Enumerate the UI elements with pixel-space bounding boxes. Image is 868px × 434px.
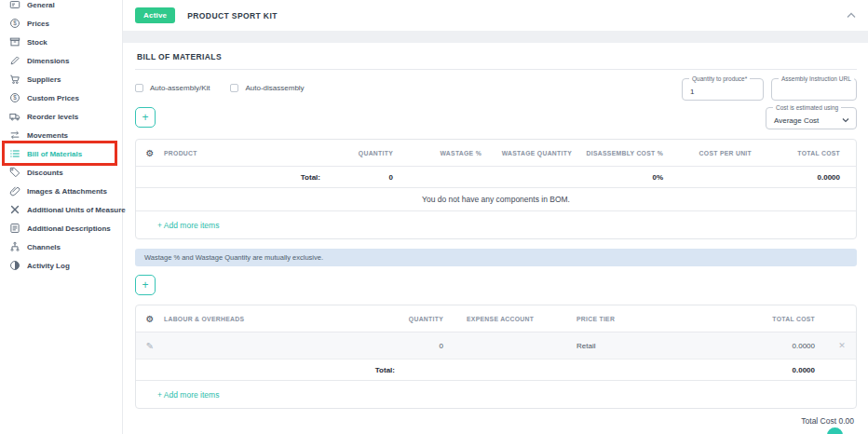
product-page: General $ Prices Stock Dimensions Suppli…	[0, 0, 868, 434]
add-more-items-link[interactable]: + Add more items	[157, 221, 219, 230]
quantity-to-produce-field: Quantity to produce*	[682, 78, 764, 101]
auto-assembly-checkbox[interactable]: Auto-assembly/Kit	[135, 84, 210, 92]
sidebar-item-label: Additional Descriptions	[27, 224, 111, 233]
sidebar-item-prices[interactable]: $ Prices	[8, 14, 122, 33]
column-header: PRODUCT	[164, 150, 324, 156]
sidebar-item-suppliers[interactable]: Suppliers	[8, 70, 122, 88]
selected-option: Average Cost	[766, 111, 842, 127]
sidebar-item-label: Channels	[27, 243, 61, 251]
column-header: QUANTITY	[399, 316, 456, 322]
assembly-instruction-url-field: Assembly Instruction URL	[771, 78, 857, 101]
labour-quantity[interactable]: 0	[399, 342, 456, 350]
checkbox-icon[interactable]	[135, 84, 143, 92]
paperclip-icon	[8, 185, 20, 197]
sidebar-item-label: Bill of Materials	[27, 150, 82, 158]
total-quantity: 0	[324, 173, 406, 182]
column-header: TOTAL COST	[765, 150, 856, 156]
column-header: COST PER UNIT	[676, 150, 765, 156]
sidebar-item-bill-of-materials[interactable]: Bill of Materials	[8, 144, 122, 163]
labour-row: ✎ 0 Retail 0.0000 ✕	[136, 332, 856, 359]
sidebar-item-additional-descriptions[interactable]: Additional Descriptions	[8, 219, 122, 237]
add-component-button[interactable]: +	[135, 107, 156, 128]
crossed-tools-icon	[8, 204, 20, 216]
pencil-icon	[8, 55, 20, 67]
page-title: PRODUCT SPORT KIT	[187, 11, 278, 20]
sidebar-item-images-attachments[interactable]: Images & Attachments	[8, 182, 122, 200]
table-settings-gear-icon[interactable]: ⚙	[136, 148, 164, 158]
add-labour-button[interactable]: +	[135, 275, 156, 295]
sidebar-item-custom-prices[interactable]: $ Custom Prices	[8, 88, 122, 107]
dollar-circle-icon: $	[8, 92, 20, 104]
components-table: ⚙ PRODUCT QUANTITY WASTAGE % WASTAGE QUA…	[135, 139, 857, 239]
labour-total-cost: 0.0000	[725, 342, 828, 350]
activity-icon	[8, 260, 20, 272]
sidebar-item-label: Additional Units of Measure	[27, 206, 126, 214]
edit-pencil-icon[interactable]: ✎	[136, 341, 164, 351]
sidebar-item-label: Custom Prices	[27, 94, 79, 102]
floating-action-button[interactable]	[827, 427, 843, 434]
product-sidebar: General $ Prices Stock Dimensions Suppli…	[0, 0, 123, 434]
components-total-row: Total: 0 0% 0.0000	[136, 167, 856, 188]
sidebar-item-label: Images & Attachments	[27, 187, 107, 196]
sidebar-item-dimensions[interactable]: Dimensions	[8, 51, 122, 70]
table-settings-gear-icon[interactable]: ⚙	[136, 314, 164, 324]
column-header: QUANTITY	[324, 150, 406, 156]
content-area: Active PRODUCT SPORT KIT BILL OF MATERIA…	[123, 0, 868, 434]
cart-icon	[8, 74, 20, 86]
quantity-to-produce-input[interactable]	[683, 79, 763, 100]
sidebar-item-discounts[interactable]: Discounts	[8, 163, 122, 182]
hierarchy-icon	[8, 241, 20, 253]
column-header: LABOUR & OVERHEADS	[164, 316, 399, 322]
svg-text:$: $	[13, 94, 17, 101]
sidebar-item-activity-log[interactable]: Activity Log	[8, 256, 122, 275]
section-title: BILL OF MATERIALS	[135, 43, 857, 70]
components-add-row: + Add more items	[136, 211, 856, 238]
sidebar-item-reorder-levels[interactable]: Reorder levels	[8, 107, 122, 126]
product-header: Active PRODUCT SPORT KIT	[123, 0, 868, 31]
svg-text:$: $	[13, 20, 17, 26]
total-disassembly-cost: 0%	[585, 173, 676, 182]
sidebar-nav: General $ Prices Stock Dimensions Suppli…	[8, 0, 122, 275]
id-card-icon	[8, 0, 20, 11]
total-cost: 0.0000	[765, 173, 856, 182]
field-label: Assembly Instruction URL	[779, 75, 854, 82]
checkbox-label[interactable]: Auto-assembly/Kit	[150, 84, 210, 92]
assembly-checkboxes: Auto-assembly/Kit Auto-disassembly	[135, 84, 305, 92]
add-more-items-link[interactable]: + Add more items	[157, 390, 219, 400]
auto-disassembly-checkbox[interactable]: Auto-disassembly	[230, 84, 304, 92]
wastage-notice-banner: Wastage % and Wastage Quantity are mutua…	[135, 249, 857, 266]
list-icon	[8, 148, 20, 160]
document-icon	[8, 223, 20, 235]
sidebar-item-additional-units[interactable]: Additional Units of Measure	[8, 200, 122, 219]
bom-secondary-controls: + Cost is estimated using Average Cost	[135, 107, 857, 129]
bom-controls-row: Auto-assembly/Kit Auto-disassembly Quant…	[135, 78, 857, 101]
remove-row-icon[interactable]: ✕	[828, 341, 856, 350]
cost-estimation-select[interactable]: Cost is estimated using Average Cost	[766, 107, 857, 129]
chevron-down-icon	[842, 117, 849, 123]
truck-icon	[8, 111, 20, 123]
column-header: TOTAL COST	[725, 316, 828, 322]
sidebar-item-movements[interactable]: Movements	[8, 126, 122, 144]
column-header: PRICE TIER	[566, 316, 725, 322]
sidebar-item-general[interactable]: General	[8, 0, 122, 14]
sidebar-item-label: Activity Log	[27, 262, 70, 270]
sidebar-item-stock[interactable]: Stock	[8, 33, 122, 51]
dollar-circle-icon: $	[8, 18, 20, 30]
checkbox-label[interactable]: Auto-disassembly	[245, 84, 304, 92]
field-label: Cost is estimated using	[773, 104, 841, 111]
tag-icon	[8, 167, 20, 179]
price-tier-cell[interactable]: Retail	[566, 342, 725, 350]
bill-of-materials-panel: BILL OF MATERIALS Auto-assembly/Kit Auto…	[123, 43, 868, 434]
collapse-chevron-icon[interactable]	[847, 12, 856, 19]
sidebar-item-channels[interactable]: Channels	[8, 237, 122, 256]
sidebar-item-label: Movements	[27, 131, 68, 140]
labour-total-row: Total: 0.0000	[136, 359, 856, 381]
checkbox-icon[interactable]	[230, 84, 238, 92]
labour-table-header: ⚙ LABOUR & OVERHEADS QUANTITY EXPENSE AC…	[136, 305, 856, 332]
column-header: EXPENSE ACCOUNT	[456, 316, 566, 322]
assembly-instruction-url-input[interactable]	[772, 79, 856, 100]
grand-total: Total Cost 0.00	[135, 416, 857, 426]
section-divider-strip	[123, 31, 868, 43]
total-label: Total:	[164, 366, 399, 374]
transfer-arrows-icon	[8, 129, 20, 142]
